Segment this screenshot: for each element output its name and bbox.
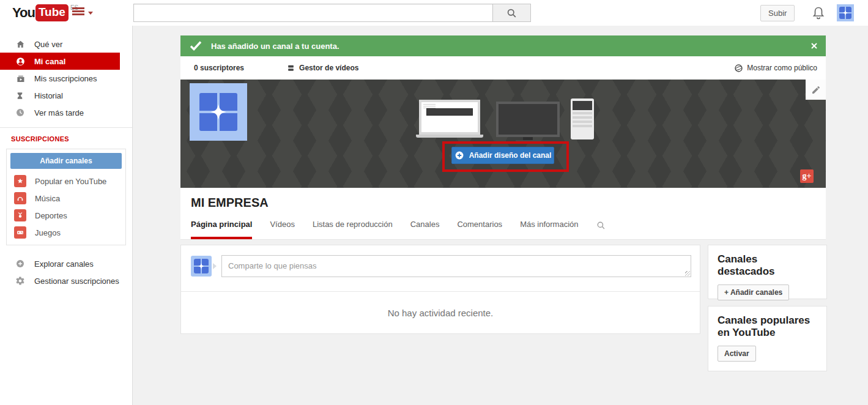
featured-channels-title: Canales destacados: [718, 253, 817, 278]
star-avatar-icon: [197, 262, 206, 270]
add-featured-channels-button[interactable]: + Añadir canales: [718, 284, 789, 300]
sidebar-item-mi-canal[interactable]: Mi canal: [0, 53, 120, 70]
logo-you-text: You: [12, 4, 35, 21]
sidebar-item-gestionar-suscripciones[interactable]: Gestionar suscripciones: [0, 272, 120, 289]
channel-tabs: Página principal Vídeos Listas de reprod…: [191, 220, 606, 239]
resize-handle-icon[interactable]: [685, 271, 690, 276]
subscriptions-icon: [15, 72, 26, 84]
sidebar: Qué ver Mi canal Mis suscripciones Histo…: [0, 26, 133, 405]
guide-menu-icon[interactable]: [72, 7, 93, 18]
caret-down-icon: [88, 12, 93, 15]
featured-channels-card: Canales destacados + Añadir canales: [708, 245, 827, 299]
tab-canales[interactable]: Canales: [410, 220, 440, 239]
logo-tube-text: Tube: [35, 4, 69, 21]
sidebar-item-explorar-canales[interactable]: Explorar canales: [0, 255, 120, 272]
share-bubble-pointer: [213, 263, 217, 269]
subscriber-count: 0 suscriptores: [194, 64, 244, 72]
feed-divider: [181, 291, 700, 292]
tab-comentarios[interactable]: Comentarios: [457, 220, 502, 239]
tab-videos[interactable]: Vídeos: [270, 220, 294, 239]
person-icon: [15, 55, 26, 67]
star-icon: [14, 175, 26, 187]
gamepad-icon: [14, 226, 26, 239]
hourglass-icon: [15, 89, 26, 102]
sidebar-item-historial[interactable]: Historial: [0, 87, 120, 104]
tv-illustration: [496, 102, 560, 142]
laptop-banner-strip: [426, 108, 473, 116]
tab-mas-informacion[interactable]: Más información: [520, 220, 578, 239]
tab-listas-de-reproduccion[interactable]: Listas de reproducción: [313, 220, 393, 239]
channel-art: Añadir diseño del canal g+: [180, 80, 826, 188]
search-input[interactable]: [133, 4, 492, 22]
share-avatar: [191, 256, 212, 277]
add-channel-design-button[interactable]: Añadir diseño del canal: [451, 147, 554, 164]
sidebar-item-que-ver[interactable]: Qué ver: [0, 35, 120, 53]
subscription-item-musica[interactable]: Música: [7, 190, 125, 207]
subscriptions-box: Añadir canales Popular en YouTube Música…: [6, 149, 126, 245]
gear-icon: [15, 275, 26, 287]
home-icon: [15, 38, 26, 50]
popular-channels-card: Canales populares en YouTube Activar: [708, 306, 827, 371]
channel-info-band: MI EMPRESA Página principal Vídeos Lista…: [180, 188, 826, 240]
add-channels-button[interactable]: Añadir canales: [10, 153, 122, 169]
phone-illustration: [571, 98, 594, 139]
video-manager-icon: [287, 64, 295, 72]
check-icon: [189, 40, 202, 51]
upload-button[interactable]: Subir: [760, 5, 795, 21]
globe-icon: [734, 64, 743, 73]
popular-channels-title: Canales populares en YouTube: [718, 314, 817, 339]
youtube-channel-page: You Tube ES Subir: [0, 0, 868, 405]
view-as-public-link[interactable]: Mostrar como público: [734, 64, 817, 73]
search-icon: [506, 8, 517, 18]
channel-search-icon[interactable]: [596, 221, 606, 239]
sidebar-item-mis-suscripciones[interactable]: Mis suscripciones: [0, 70, 120, 87]
sidebar-divider: [0, 127, 132, 128]
channel-avatar[interactable]: [190, 83, 247, 141]
medal-icon: [14, 209, 26, 221]
sidebar-item-ver-mas-tarde[interactable]: Ver más tarde: [0, 104, 120, 121]
plus-circle-icon: [454, 150, 464, 160]
subscription-item-juegos[interactable]: Juegos: [7, 224, 125, 241]
channel-title: MI EMPRESA: [191, 196, 269, 210]
feed-card: No hay actividad reciente.: [180, 245, 700, 334]
add-circle-icon: [15, 258, 26, 270]
top-bar: You Tube ES Subir: [0, 0, 868, 26]
channel-toolbar: 0 suscriptores Gestor de vídeos Mostrar …: [180, 56, 826, 80]
banner-message: Has añadido un canal a tu cuenta.: [211, 42, 339, 51]
laptop-illustration: [416, 100, 483, 138]
tab-pagina-principal[interactable]: Página principal: [191, 220, 252, 239]
headphones-icon: [14, 192, 26, 204]
bell-icon[interactable]: [811, 6, 826, 20]
youtube-logo[interactable]: You Tube ES: [12, 4, 78, 21]
star-avatar-icon: [842, 9, 849, 17]
subscription-item-deportes[interactable]: Deportes: [7, 207, 125, 224]
star-avatar-icon: [208, 102, 229, 122]
subscription-item-popular[interactable]: Popular en YouTube: [7, 173, 125, 190]
edit-channel-art-button[interactable]: [806, 80, 826, 100]
search-form: [133, 4, 531, 22]
close-icon[interactable]: [809, 40, 820, 51]
subscriptions-header: SUSCRIPCIONES: [0, 135, 132, 143]
empty-activity-message: No hay actividad reciente.: [181, 308, 700, 318]
share-textarea[interactable]: [221, 255, 691, 277]
google-plus-badge[interactable]: g+: [800, 169, 814, 183]
success-banner: Has añadido un canal a tu cuenta.: [180, 35, 826, 56]
account-avatar[interactable]: [837, 4, 854, 21]
search-button[interactable]: [492, 4, 531, 22]
activate-button[interactable]: Activar: [718, 346, 756, 362]
clock-icon: [15, 106, 26, 119]
video-manager-link[interactable]: Gestor de vídeos: [287, 64, 358, 72]
pencil-icon: [811, 85, 821, 95]
